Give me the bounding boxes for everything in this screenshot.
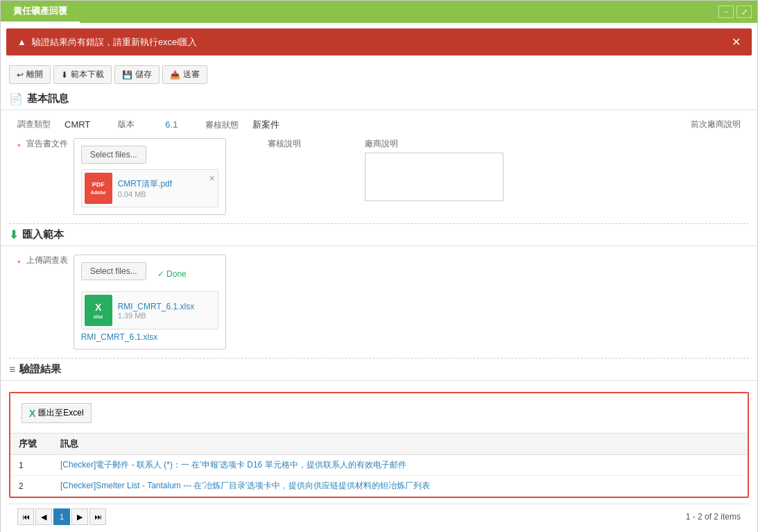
list-icon: ≡ (9, 363, 15, 376)
xlsx-file-item: X xlsx RMI_CMRT_6.1.xlsx 1.39 MB (81, 291, 218, 329)
required-star: * (17, 138, 21, 152)
review-note-label: 審核說明 (268, 138, 309, 150)
survey-type-label: 調查類型 (17, 119, 59, 130)
row-1-msg: [Checker]電子郵件 - 联系人 (*)：一 在'申報'选项卡 D16 單… (60, 459, 739, 471)
upload-box: Select files... ✓ Done X xlsx RMI_CMRT_6… (74, 255, 226, 350)
basic-info-form: 調查類型 CMRT 版本 6.1 審核狀態 新案件 前次廠商說明 (1, 110, 757, 223)
xlsx-file-details: RMI_CMRT_6.1.xlsx 1.39 MB (118, 302, 215, 320)
table-header: 序號 訊息 (10, 434, 748, 455)
vendor-note-textarea[interactable] (365, 153, 503, 201)
submit-label: 送審 (183, 69, 200, 80)
col-msg-header: 訊息 (60, 438, 739, 450)
pdf-file-name: CMRT清單.pdf (118, 178, 215, 190)
row-1-seq: 1 (19, 461, 60, 470)
toolbar: ↩ 離開 ⬇ 範本下載 💾 儲存 📤 送審 (1, 61, 757, 88)
declaration-select-files-button[interactable]: Select files... (81, 146, 146, 164)
declaration-label: 宣告書文件 (26, 138, 68, 150)
title-controls: − ⤢ (718, 6, 757, 18)
excel-icon: X (29, 408, 35, 419)
row-2-msg: [Checker]Smelter List - Tantalum --- 在'冶… (60, 480, 739, 492)
validation-section-title: ≡ 驗證結果 (1, 359, 757, 381)
back-button[interactable]: ↩ 離開 (9, 65, 51, 84)
export-label: 匯出至Excel (38, 407, 83, 419)
version-value: 6.1 (165, 119, 178, 130)
pdf-icon: PDF Adobe (85, 173, 112, 204)
upload-select-files-button[interactable]: Select files... (81, 262, 146, 280)
submit-icon: 📤 (170, 70, 180, 80)
validation-box: X 匯出至Excel 序號 訊息 1 [Checker]電子郵件 - 联系人 (… (9, 392, 749, 498)
import-form: * 上傳調查表 Select files... ✓ Done X xlsx (1, 246, 757, 358)
xlsx-file-name: RMI_CMRT_6.1.xlsx (118, 302, 215, 311)
prev-vendor-note-label: 前次廠商說明 (691, 119, 741, 130)
save-icon: 💾 (122, 70, 132, 80)
review-status-label: 審核狀態 (205, 119, 247, 131)
title-bar: 責任礦產回覆 − ⤢ (1, 1, 757, 23)
import-section-title: ⬇ 匯入範本 (1, 224, 757, 246)
review-status-value: 新案件 (252, 119, 279, 131)
pdf-file-item: PDF Adobe CMRT清單.pdf 0.04 MB × (81, 169, 218, 207)
vendor-note-label: 廠商說明 (365, 138, 503, 150)
page-last-button[interactable]: ⏭ (89, 508, 106, 525)
pdf-file-size: 0.04 MB (118, 190, 215, 198)
done-badge: ✓ Done (157, 269, 187, 279)
maximize-button[interactable]: ⤢ (737, 6, 752, 18)
main-content: ▲ 驗證結果尚有錯誤，請重新執行excel匯入 ✕ ↩ 離開 ⬇ 範本下載 💾 … (1, 28, 757, 532)
upload-label: 上傳調查表 (26, 255, 68, 266)
page-next-button[interactable]: ▶ (71, 508, 88, 525)
version-label: 版本 (118, 119, 160, 130)
alert-bar: ▲ 驗證結果尚有錯誤，請重新執行excel匯入 ✕ (6, 28, 752, 55)
page-prev-button[interactable]: ◀ (35, 508, 52, 525)
back-icon: ↩ (17, 70, 24, 80)
minimize-button[interactable]: − (718, 6, 734, 18)
survey-type-value: CMRT (64, 119, 90, 130)
upload-required-star: * (17, 255, 21, 268)
xlsx-file-link[interactable]: RMI_CMRT_6.1.xlsx (81, 332, 218, 342)
pagination: ⏮ ◀ 1 ▶ ⏭ 1 - 2 of 2 items (9, 504, 749, 529)
download-icon: ⬇ (61, 70, 68, 80)
declaration-upload-box: Select files... PDF Adobe CMRT清單.pdf 0.0 (74, 138, 226, 215)
basic-info-title: 基本訊息 (27, 92, 69, 105)
table-row: 1 [Checker]電子郵件 - 联系人 (*)：一 在'申報'选项卡 D16… (10, 455, 748, 476)
export-excel-button[interactable]: X 匯出至Excel (21, 403, 92, 423)
download-label: 範本下載 (71, 69, 104, 80)
page-first-button[interactable]: ⏮ (17, 508, 34, 525)
pdf-file-close-button[interactable]: × (209, 173, 214, 184)
back-label: 離開 (26, 69, 43, 80)
pdf-file-details: CMRT清單.pdf 0.04 MB (118, 178, 215, 198)
alert-icon: ▲ (17, 37, 26, 47)
page-controls: ⏮ ◀ 1 ▶ ⏭ (17, 508, 106, 525)
table-row: 2 [Checker]Smelter List - Tantalum --- 在… (10, 476, 748, 497)
main-window: 責任礦產回覆 − ⤢ ▲ 驗證結果尚有錯誤，請重新執行excel匯入 ✕ ↩ 離… (0, 0, 758, 532)
file-icon: 📄 (9, 92, 23, 105)
alert-message: 驗證結果尚有錯誤，請重新執行excel匯入 (32, 36, 197, 49)
submit-button[interactable]: 📤 送審 (162, 65, 207, 84)
basic-info-section-title: 📄 基本訊息 (1, 88, 757, 110)
import-title: 匯入範本 (22, 228, 64, 241)
xlsx-icon: X xlsx (85, 295, 112, 326)
validation-area: X 匯出至Excel 序號 訊息 1 [Checker]電子郵件 - 联系人 (… (1, 381, 757, 532)
row-2-seq: 2 (19, 481, 60, 491)
download-button[interactable]: ⬇ 範本下載 (53, 65, 112, 84)
save-label: 儲存 (135, 69, 152, 80)
page-1-button[interactable]: 1 (53, 508, 70, 525)
xlsx-file-size: 1.39 MB (118, 311, 215, 320)
title-tab[interactable]: 責任礦產回覆 (1, 1, 80, 23)
col-seq-header: 序號 (19, 438, 60, 450)
validation-title: 驗證結果 (19, 363, 61, 376)
import-icon: ⬇ (9, 228, 18, 241)
alert-close-button[interactable]: ✕ (732, 35, 741, 49)
save-button[interactable]: 💾 儲存 (114, 65, 160, 84)
page-info: 1 - 2 of 2 items (686, 512, 741, 522)
